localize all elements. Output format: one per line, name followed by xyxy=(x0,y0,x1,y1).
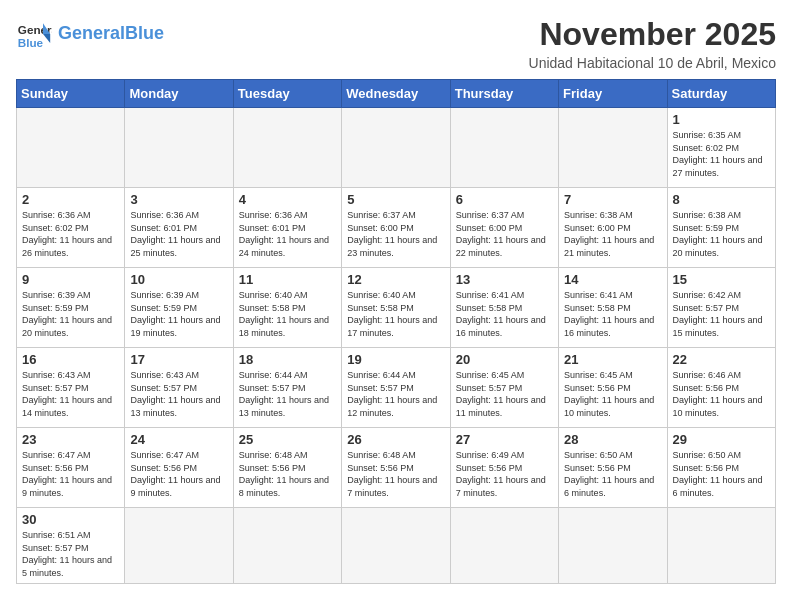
day-18: 18 Sunrise: 6:44 AMSunset: 5:57 PMDaylig… xyxy=(233,348,341,428)
day-15: 15 Sunrise: 6:42 AMSunset: 5:57 PMDaylig… xyxy=(667,268,775,348)
day-2: 2 Sunrise: 6:36 AMSunset: 6:02 PMDayligh… xyxy=(17,188,125,268)
empty-cell xyxy=(125,508,233,584)
day-3: 3 Sunrise: 6:36 AMSunset: 6:01 PMDayligh… xyxy=(125,188,233,268)
day-25: 25 Sunrise: 6:48 AMSunset: 5:56 PMDaylig… xyxy=(233,428,341,508)
header-thursday: Thursday xyxy=(450,80,558,108)
day-4: 4 Sunrise: 6:36 AMSunset: 6:01 PMDayligh… xyxy=(233,188,341,268)
header-tuesday: Tuesday xyxy=(233,80,341,108)
day-17: 17 Sunrise: 6:43 AMSunset: 5:57 PMDaylig… xyxy=(125,348,233,428)
weekday-header-row: Sunday Monday Tuesday Wednesday Thursday… xyxy=(17,80,776,108)
day-6: 6 Sunrise: 6:37 AMSunset: 6:00 PMDayligh… xyxy=(450,188,558,268)
page-header: General Blue GeneralBlue November 2025 U… xyxy=(16,16,776,71)
calendar-row-3: 9 Sunrise: 6:39 AMSunset: 5:59 PMDayligh… xyxy=(17,268,776,348)
day-28: 28 Sunrise: 6:50 AMSunset: 5:56 PMDaylig… xyxy=(559,428,667,508)
calendar-table: Sunday Monday Tuesday Wednesday Thursday… xyxy=(16,79,776,584)
calendar-row-2: 2 Sunrise: 6:36 AMSunset: 6:02 PMDayligh… xyxy=(17,188,776,268)
calendar-row-4: 16 Sunrise: 6:43 AMSunset: 5:57 PMDaylig… xyxy=(17,348,776,428)
day-19: 19 Sunrise: 6:44 AMSunset: 5:57 PMDaylig… xyxy=(342,348,450,428)
month-title: November 2025 xyxy=(529,16,776,53)
empty-cell xyxy=(233,108,341,188)
header-saturday: Saturday xyxy=(667,80,775,108)
day-11: 11 Sunrise: 6:40 AMSunset: 5:58 PMDaylig… xyxy=(233,268,341,348)
empty-cell xyxy=(125,108,233,188)
logo: General Blue GeneralBlue xyxy=(16,16,164,52)
day-12: 12 Sunrise: 6:40 AMSunset: 5:58 PMDaylig… xyxy=(342,268,450,348)
day-24: 24 Sunrise: 6:47 AMSunset: 5:56 PMDaylig… xyxy=(125,428,233,508)
empty-cell xyxy=(559,108,667,188)
day-16: 16 Sunrise: 6:43 AMSunset: 5:57 PMDaylig… xyxy=(17,348,125,428)
title-block: November 2025 Unidad Habitacional 10 de … xyxy=(529,16,776,71)
header-monday: Monday xyxy=(125,80,233,108)
logo-blue: Blue xyxy=(125,23,164,43)
header-sunday: Sunday xyxy=(17,80,125,108)
day-30: 30 Sunrise: 6:51 AMSunset: 5:57 PMDaylig… xyxy=(17,508,125,584)
day-10: 10 Sunrise: 6:39 AMSunset: 5:59 PMDaylig… xyxy=(125,268,233,348)
day-21: 21 Sunrise: 6:45 AMSunset: 5:56 PMDaylig… xyxy=(559,348,667,428)
logo-icon: General Blue xyxy=(16,16,52,52)
empty-cell xyxy=(17,108,125,188)
empty-cell xyxy=(342,108,450,188)
empty-cell xyxy=(233,508,341,584)
svg-text:Blue: Blue xyxy=(18,36,44,49)
day-26: 26 Sunrise: 6:48 AMSunset: 5:56 PMDaylig… xyxy=(342,428,450,508)
calendar-row-6: 30 Sunrise: 6:51 AMSunset: 5:57 PMDaylig… xyxy=(17,508,776,584)
day-5: 5 Sunrise: 6:37 AMSunset: 6:00 PMDayligh… xyxy=(342,188,450,268)
day-7: 7 Sunrise: 6:38 AMSunset: 6:00 PMDayligh… xyxy=(559,188,667,268)
day-22: 22 Sunrise: 6:46 AMSunset: 5:56 PMDaylig… xyxy=(667,348,775,428)
calendar-row-5: 23 Sunrise: 6:47 AMSunset: 5:56 PMDaylig… xyxy=(17,428,776,508)
header-friday: Friday xyxy=(559,80,667,108)
day-9: 9 Sunrise: 6:39 AMSunset: 5:59 PMDayligh… xyxy=(17,268,125,348)
day-13: 13 Sunrise: 6:41 AMSunset: 5:58 PMDaylig… xyxy=(450,268,558,348)
calendar-row-1: 1 Sunrise: 6:35 AM Sunset: 6:02 PM Dayli… xyxy=(17,108,776,188)
day-1: 1 Sunrise: 6:35 AM Sunset: 6:02 PM Dayli… xyxy=(667,108,775,188)
logo-text: GeneralBlue xyxy=(58,24,164,44)
day-29: 29 Sunrise: 6:50 AMSunset: 5:56 PMDaylig… xyxy=(667,428,775,508)
day-23: 23 Sunrise: 6:47 AMSunset: 5:56 PMDaylig… xyxy=(17,428,125,508)
day-8: 8 Sunrise: 6:38 AMSunset: 5:59 PMDayligh… xyxy=(667,188,775,268)
logo-general: General xyxy=(58,23,125,43)
empty-cell xyxy=(342,508,450,584)
day-14: 14 Sunrise: 6:41 AMSunset: 5:58 PMDaylig… xyxy=(559,268,667,348)
empty-cell xyxy=(450,508,558,584)
empty-cell xyxy=(559,508,667,584)
day-27: 27 Sunrise: 6:49 AMSunset: 5:56 PMDaylig… xyxy=(450,428,558,508)
svg-marker-3 xyxy=(43,34,50,43)
location-subtitle: Unidad Habitacional 10 de Abril, Mexico xyxy=(529,55,776,71)
header-wednesday: Wednesday xyxy=(342,80,450,108)
empty-cell xyxy=(667,508,775,584)
empty-cell xyxy=(450,108,558,188)
day-20: 20 Sunrise: 6:45 AMSunset: 5:57 PMDaylig… xyxy=(450,348,558,428)
